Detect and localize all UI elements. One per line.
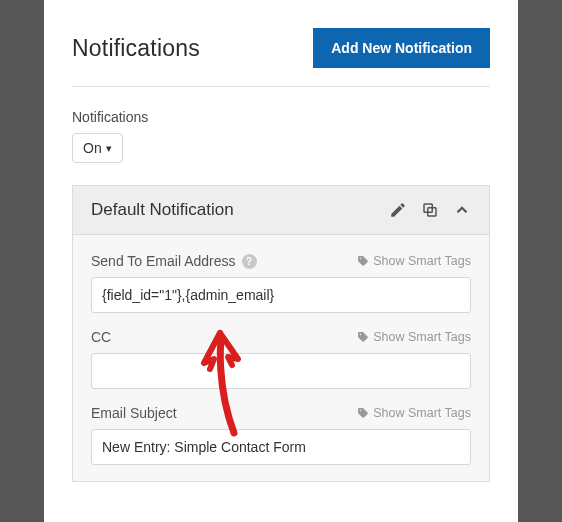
send-to-input[interactable] <box>91 277 471 313</box>
cc-label: CC <box>91 329 111 345</box>
send-to-label: Send To Email Address ? <box>91 253 257 269</box>
smart-tags-text: Show Smart Tags <box>373 254 471 268</box>
label-text: Send To Email Address <box>91 253 236 269</box>
tag-icon <box>357 331 369 343</box>
page-title: Notifications <box>72 35 200 62</box>
toggle-value: On <box>83 140 102 156</box>
toggle-label: Notifications <box>72 109 490 125</box>
toggle-block: Notifications On ▾ <box>72 109 490 163</box>
show-smart-tags-link[interactable]: Show Smart Tags <box>357 330 471 344</box>
subject-row: Email Subject Show Smart Tags <box>91 405 471 465</box>
row-head: Send To Email Address ? Show Smart Tags <box>91 253 471 269</box>
card-body: Send To Email Address ? Show Smart Tags … <box>73 235 489 465</box>
smart-tags-text: Show Smart Tags <box>373 406 471 420</box>
cc-input[interactable] <box>91 353 471 389</box>
add-notification-button[interactable]: Add New Notification <box>313 28 490 68</box>
edit-icon[interactable] <box>389 201 407 219</box>
chevron-up-icon[interactable] <box>453 201 471 219</box>
show-smart-tags-link[interactable]: Show Smart Tags <box>357 406 471 420</box>
subject-input[interactable] <box>91 429 471 465</box>
smart-tags-text: Show Smart Tags <box>373 330 471 344</box>
tag-icon <box>357 407 369 419</box>
subject-label: Email Subject <box>91 405 177 421</box>
notification-card: Default Notification Send To Email Addre… <box>72 185 490 482</box>
notifications-panel: Notifications Add New Notification Notif… <box>44 0 518 522</box>
notifications-toggle-select[interactable]: On ▾ <box>72 133 123 163</box>
card-header: Default Notification <box>73 186 489 235</box>
cc-row: CC Show Smart Tags <box>91 329 471 389</box>
tag-icon <box>357 255 369 267</box>
chevron-down-icon: ▾ <box>106 142 112 155</box>
help-icon[interactable]: ? <box>242 254 257 269</box>
label-text: Email Subject <box>91 405 177 421</box>
header-row: Notifications Add New Notification <box>72 28 490 87</box>
row-head: Email Subject Show Smart Tags <box>91 405 471 421</box>
send-to-row: Send To Email Address ? Show Smart Tags <box>91 253 471 313</box>
show-smart-tags-link[interactable]: Show Smart Tags <box>357 254 471 268</box>
card-title: Default Notification <box>91 200 234 220</box>
label-text: CC <box>91 329 111 345</box>
copy-icon[interactable] <box>421 201 439 219</box>
row-head: CC Show Smart Tags <box>91 329 471 345</box>
card-actions <box>389 201 471 219</box>
